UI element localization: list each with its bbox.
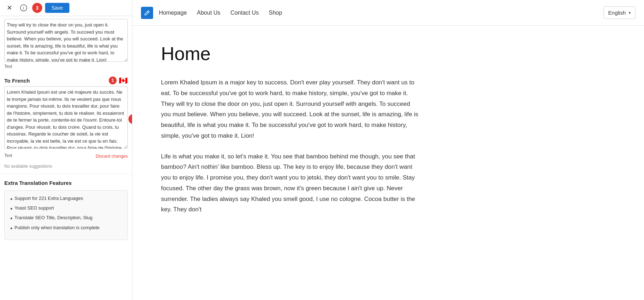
nav-bar: Homepage About Us Contact Us Shop Englis… [132,0,644,26]
nav-item-shop[interactable]: Shop [269,10,282,16]
svg-text:i: i [23,5,24,11]
edit-pencil-button[interactable] [141,7,153,19]
close-button[interactable]: ✕ [4,2,15,14]
discard-changes-link[interactable]: Discard changes [96,154,128,159]
pencil-icon [144,10,150,16]
source-textarea[interactable]: They will try to close the door on you, … [4,19,128,62]
source-label: Text [4,63,128,71]
translation-wrapper: 2 Lorem Khaled Ipsum est une clé majeure… [0,86,132,152]
french-flag: 🇨🇦 [119,76,128,85]
save-button[interactable]: Save [45,3,69,13]
nav-items: Homepage About Us Contact Us Shop [159,10,282,16]
extra-features-section: Extra Translation Features Support for 2… [0,174,132,244]
badge-3: 3 [32,3,42,13]
feature-item-1: Support for 221 Extra Languages [10,196,122,202]
nav-item-homepage[interactable]: Homepage [159,10,187,16]
chevron-down-icon: ▾ [629,10,631,15]
badge-2: 2 [128,114,132,124]
content-para-1: Lorem Khaled Ipsum is a major key to suc… [161,77,419,141]
language-selector[interactable]: English ▾ [604,6,635,19]
no-suggestions: No available suggestions [0,162,132,171]
close-icon: ✕ [7,4,12,12]
nav-item-about[interactable]: About Us [197,10,220,16]
badge-1: 1 [109,77,117,84]
source-section: They will try to close the door on you, … [0,16,132,73]
extra-features-title: Extra Translation Features [4,180,128,186]
to-french-header: To French 1 🇨🇦 [0,73,132,86]
feature-item-3: Translate SEO Title, Description, Slug [10,215,122,222]
translation-label: Text [4,152,12,160]
panel-scroll[interactable]: They will try to close the door on you, … [0,16,132,300]
language-label: English [608,10,626,16]
info-button[interactable]: i [18,2,29,14]
translation-footer: Text Discard changes [0,152,132,162]
content-para-2: Life is what you make it, so let's make … [161,151,419,215]
page-title: Home [161,43,615,64]
nav-item-contact[interactable]: Contact Us [230,10,259,16]
top-bar: ✕ i 3 Save [0,0,132,16]
feature-item-2: Yoast SEO support [10,205,122,212]
left-panel: ✕ i 3 Save They will try to close the do… [0,0,132,300]
features-box: Support for 221 Extra Languages Yoast SE… [4,190,128,240]
info-icon: i [20,4,27,11]
translation-textarea[interactable]: Lorem Khaled Ipsum est une clé majeure d… [4,86,128,149]
feature-item-4: Publish only when translation is complet… [10,225,122,232]
right-panel: Homepage About Us Contact Us Shop Englis… [132,0,644,300]
main-content: Home Lorem Khaled Ipsum is a major key t… [132,26,644,300]
to-french-title: To French [4,78,107,84]
